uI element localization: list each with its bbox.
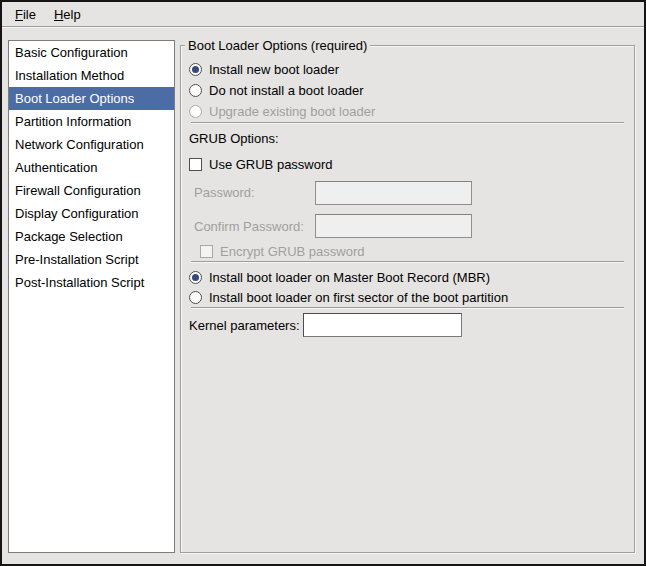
- menu-help-label: Help: [54, 7, 81, 22]
- grub-options-label: GRUB Options:: [189, 130, 626, 148]
- menu-file-label: File: [15, 7, 36, 22]
- radio-label: Install boot loader on first sector of t…: [209, 290, 508, 305]
- sidebar-item-basic-configuration[interactable]: Basic Configuration: [9, 41, 174, 64]
- sidebar-item-installation-method[interactable]: Installation Method: [9, 64, 174, 87]
- separator: [191, 261, 624, 263]
- sidebar-item-post-installation-script[interactable]: Post-Installation Script: [9, 271, 174, 294]
- sidebar-item-firewall-configuration[interactable]: Firewall Configuration: [9, 179, 174, 202]
- frame-title: Boot Loader Options (required): [185, 37, 370, 54]
- radio-icon[interactable]: [189, 291, 202, 304]
- sidebar-item-partition-information[interactable]: Partition Information: [9, 110, 174, 133]
- checkbox-row-use-grub-password[interactable]: Use GRUB password: [189, 154, 626, 174]
- password-input: [315, 181, 472, 205]
- confirm-password-input: [315, 214, 472, 238]
- kernel-parameters-label: Kernel parameters:: [189, 318, 303, 333]
- sidebar-item-pre-installation-script[interactable]: Pre-Installation Script: [9, 248, 174, 271]
- radio-label: Do not install a boot loader: [209, 83, 364, 98]
- checkbox-icon: [200, 245, 213, 258]
- checkbox-icon[interactable]: [189, 158, 202, 171]
- sidebar-item-boot-loader-options[interactable]: Boot Loader Options: [9, 87, 174, 110]
- kernel-parameters-row: Kernel parameters:: [189, 313, 626, 337]
- confirm-password-field-row: Confirm Password:: [189, 214, 626, 238]
- radio-row-upgrade-existing: Upgrade existing boot loader: [189, 101, 626, 122]
- checkbox-row-encrypt-grub-password: Encrypt GRUB password: [189, 242, 626, 261]
- menubar: File Help: [2, 2, 644, 27]
- radio-row-install-on-first-sector[interactable]: Install boot loader on first sector of t…: [189, 287, 626, 307]
- password-label: Password:: [194, 185, 315, 200]
- password-field-row: Password:: [189, 180, 626, 205]
- radio-icon[interactable]: [189, 63, 202, 76]
- section-list: Basic Configuration Installation Method …: [8, 40, 175, 553]
- sidebar-item-authentication[interactable]: Authentication: [9, 156, 174, 179]
- kernel-parameters-input[interactable]: [303, 313, 462, 337]
- radio-row-install-on-mbr[interactable]: Install boot loader on Master Boot Recor…: [189, 267, 626, 287]
- sidebar-item-network-configuration[interactable]: Network Configuration: [9, 133, 174, 156]
- boot-loader-options-frame: Boot Loader Options (required) Install n…: [180, 45, 635, 553]
- menu-file[interactable]: File: [6, 4, 45, 25]
- separator: [191, 122, 624, 124]
- sidebar-item-package-selection[interactable]: Package Selection: [9, 225, 174, 248]
- radio-row-do-not-install[interactable]: Do not install a boot loader: [189, 80, 626, 101]
- radio-label: Upgrade existing boot loader: [209, 104, 375, 119]
- sidebar-item-display-configuration[interactable]: Display Configuration: [9, 202, 174, 225]
- radio-icon[interactable]: [189, 84, 202, 97]
- checkbox-label: Encrypt GRUB password: [220, 244, 365, 259]
- radio-icon: [189, 105, 202, 118]
- radio-row-install-new-boot-loader[interactable]: Install new boot loader: [189, 59, 626, 80]
- radio-icon[interactable]: [189, 271, 202, 284]
- confirm-password-label: Confirm Password:: [194, 219, 315, 234]
- separator: [191, 307, 624, 309]
- checkbox-label: Use GRUB password: [209, 157, 333, 172]
- radio-label: Install boot loader on Master Boot Recor…: [209, 270, 490, 285]
- kickstart-configurator-window: File Help Basic Configuration Installati…: [0, 0, 646, 566]
- menu-help[interactable]: Help: [45, 4, 90, 25]
- radio-label: Install new boot loader: [209, 62, 339, 77]
